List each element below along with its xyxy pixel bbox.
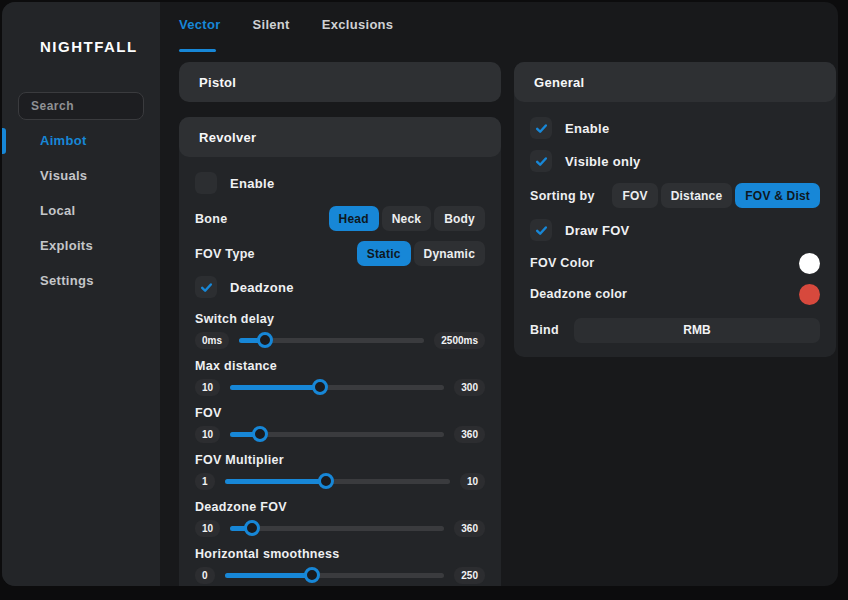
fov-color-swatch[interactable]	[799, 253, 820, 274]
content: Pistol Revolver Enable	[160, 58, 838, 586]
slider-min-badge: 10	[195, 426, 220, 443]
slider-track[interactable]	[239, 338, 424, 343]
slider-label: Deadzone FOV	[195, 500, 485, 514]
slider-label: Horizontal smoothness	[195, 547, 485, 561]
sorting-by-label: Sorting by	[530, 189, 595, 203]
app-window: NIGHTFALL Aimbot Visuals Local Exploits	[2, 2, 838, 586]
slider-track[interactable]	[230, 385, 444, 390]
fov-color-row: FOV Color	[530, 252, 820, 274]
bone-neck-button[interactable]: Neck	[382, 206, 432, 231]
sidebar-item-aimbot[interactable]: Aimbot	[2, 128, 160, 154]
bind-label: Bind	[530, 323, 559, 337]
fov-multiplier-slider-group: FOV Multiplier 1 10	[195, 453, 485, 490]
section-title: General	[534, 75, 585, 90]
tab-active-underline	[179, 49, 216, 52]
sidebar-item-local[interactable]: Local	[2, 198, 160, 224]
check-icon	[535, 122, 548, 135]
tab-label: Silent	[253, 17, 290, 32]
bone-body-button[interactable]: Body	[434, 206, 485, 231]
general-section-header[interactable]: General	[514, 62, 836, 102]
draw-fov-checkbox[interactable]	[530, 219, 552, 241]
sidebar: NIGHTFALL Aimbot Visuals Local Exploits	[2, 2, 160, 586]
enable-label: Enable	[230, 176, 274, 191]
switch-delay-slider-group: Switch delay 0ms 2500ms	[195, 312, 485, 349]
search-input[interactable]	[18, 92, 144, 120]
check-icon	[200, 281, 213, 294]
deadzone-color-row: Deadzone color	[530, 283, 820, 305]
slider-min-badge: 1	[195, 473, 215, 490]
deadzone-color-swatch[interactable]	[799, 284, 820, 305]
tab-label: Vector	[179, 17, 221, 32]
revolver-section-header[interactable]: Revolver	[179, 117, 501, 157]
slider-thumb[interactable]	[252, 426, 268, 442]
bone-label: Bone	[195, 212, 227, 226]
slider-min-badge: 0	[195, 567, 215, 584]
slider-fill	[230, 385, 320, 390]
slider-track[interactable]	[230, 526, 444, 531]
app-title: NIGHTFALL	[2, 38, 160, 55]
general-section: General Enable	[514, 62, 836, 357]
slider-min-badge: 10	[195, 379, 220, 396]
fov-type-static-button[interactable]: Static	[357, 241, 411, 266]
general-enable-checkbox[interactable]	[530, 117, 552, 139]
fov-type-label: FOV Type	[195, 247, 255, 261]
slider-max-badge: 360	[454, 426, 485, 443]
main-area: Vector Silent Exclusions Pistol Re	[160, 2, 838, 586]
deadzone-checkbox[interactable]	[195, 276, 217, 298]
slider-fill	[225, 573, 313, 578]
sidebar-nav: Aimbot Visuals Local Exploits Settings	[2, 128, 160, 294]
draw-fov-row: Draw FOV	[530, 219, 820, 241]
deadzone-color-label: Deadzone color	[530, 287, 627, 301]
sorting-distance-button[interactable]: Distance	[661, 183, 733, 208]
tab-bar: Vector Silent Exclusions	[160, 2, 838, 58]
slider-min-badge: 0ms	[195, 332, 229, 349]
bind-key-button[interactable]: RMB	[574, 318, 820, 343]
check-icon	[535, 224, 548, 237]
slider-thumb[interactable]	[318, 473, 334, 489]
bone-head-button[interactable]: Head	[329, 206, 379, 231]
slider-thumb[interactable]	[257, 332, 273, 348]
slider-thumb[interactable]	[244, 520, 260, 536]
sorting-by-segmented-control: FOV Distance FOV & Dist	[612, 183, 820, 208]
bind-row: Bind RMB	[530, 317, 820, 343]
fov-type-segmented-control: Static Dynamic	[357, 241, 485, 266]
sidebar-item-label: Settings	[40, 273, 94, 288]
sorting-fov-button[interactable]: FOV	[612, 183, 657, 208]
slider-label: Switch delay	[195, 312, 485, 326]
slider-track[interactable]	[225, 479, 450, 484]
sidebar-item-label: Local	[40, 203, 75, 218]
revolver-section: Revolver Enable Bone Head	[179, 117, 501, 586]
sorting-fov-and-dist-button[interactable]: FOV & Dist	[735, 183, 820, 208]
horizontal-smoothness-slider-group: Horizontal smoothness 0 250	[195, 547, 485, 584]
enable-checkbox[interactable]	[195, 172, 217, 194]
fov-color-label: FOV Color	[530, 256, 595, 270]
slider-max-badge: 300	[454, 379, 485, 396]
slider-thumb[interactable]	[312, 379, 328, 395]
sorting-by-row: Sorting by FOV Distance FOV & Dist	[530, 183, 820, 208]
search-box	[18, 92, 144, 120]
slider-min-badge: 10	[195, 520, 220, 537]
visible-only-checkbox[interactable]	[530, 150, 552, 172]
sidebar-item-label: Exploits	[40, 238, 93, 253]
enable-row: Enable	[195, 172, 485, 194]
slider-max-badge: 2500ms	[434, 332, 485, 349]
left-column: Pistol Revolver Enable	[179, 62, 501, 586]
right-column: General Enable	[514, 62, 836, 357]
deadzone-row: Deadzone	[195, 276, 485, 298]
deadzone-fov-slider-group: Deadzone FOV 10 360	[195, 500, 485, 537]
slider-track[interactable]	[225, 573, 445, 578]
sidebar-item-visuals[interactable]: Visuals	[2, 163, 160, 189]
tab-vector[interactable]: Vector	[179, 17, 221, 58]
sidebar-item-settings[interactable]: Settings	[2, 268, 160, 294]
visible-only-row: Visible only	[530, 150, 820, 172]
slider-thumb[interactable]	[304, 567, 320, 583]
tab-silent[interactable]: Silent	[253, 17, 290, 58]
tab-exclusions[interactable]: Exclusions	[322, 17, 394, 58]
pistol-section-header[interactable]: Pistol	[179, 62, 501, 102]
draw-fov-label: Draw FOV	[565, 223, 630, 238]
sidebar-item-exploits[interactable]: Exploits	[2, 233, 160, 259]
tab-label: Exclusions	[322, 17, 394, 32]
fov-type-dynamic-button[interactable]: Dynamic	[414, 241, 485, 266]
slider-max-badge: 360	[454, 520, 485, 537]
slider-track[interactable]	[230, 432, 444, 437]
